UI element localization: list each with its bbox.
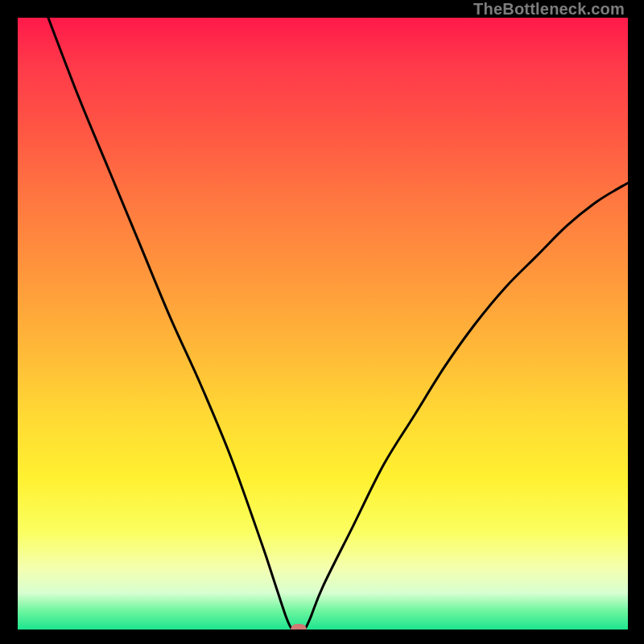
chart-frame: TheBottleneck.com bbox=[0, 0, 644, 644]
optimal-point-marker bbox=[291, 624, 307, 630]
bottleneck-curve bbox=[18, 18, 628, 630]
chart-plot-area bbox=[18, 18, 628, 630]
watermark-text: TheBottleneck.com bbox=[473, 0, 625, 19]
